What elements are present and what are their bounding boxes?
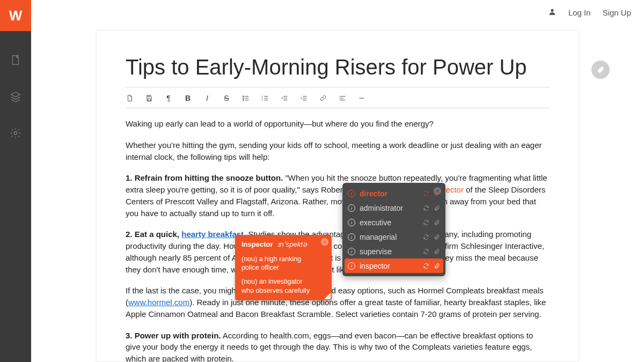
user-icon[interactable]: [548, 8, 557, 18]
para-tip-2[interactable]: 2. Eat a quick, hearty breakfast. Studie…: [126, 228, 550, 275]
synonym-row-director[interactable]: idirector: [342, 186, 445, 201]
main-area: Log In Sign Up Tips to Early-Morning Ris…: [31, 0, 644, 362]
tb-outdent-icon[interactable]: [280, 94, 289, 102]
definition-popup: ✕ inspectorɪnˈspektə (nou) a high rankin…: [235, 235, 332, 300]
svg-point-1: [243, 96, 244, 97]
paperclip-icon[interactable]: [434, 205, 440, 211]
editor-toolbar: ¶ B I S 123: [126, 91, 550, 106]
paperclip-icon[interactable]: [434, 234, 440, 240]
synonym-actions: [423, 205, 440, 211]
synonym-label: administrator: [360, 204, 403, 212]
synonym-actions: [423, 263, 440, 269]
synonym-actions: [423, 190, 440, 197]
definition-phonetic: ɪnˈspektə: [277, 240, 307, 248]
tb-bold-icon[interactable]: B: [184, 94, 192, 102]
synonym-row-inspector[interactable]: iinspector: [345, 258, 443, 273]
tb-save-icon[interactable]: [145, 94, 153, 102]
login-link[interactable]: Log In: [568, 8, 591, 17]
left-sidebar: W: [0, 0, 31, 362]
synonym-actions: [423, 248, 440, 255]
para-hormel[interactable]: If the last is the case, you might want …: [126, 285, 550, 320]
refresh-icon[interactable]: [423, 219, 429, 226]
document-title[interactable]: Tips to Early-Morning Risers for Power U…: [126, 55, 550, 79]
synonym-label: supervise: [360, 247, 392, 256]
tb-italic-icon[interactable]: I: [203, 94, 211, 102]
tip1-lead: 1. Refrain from hitting the snooze butto…: [126, 173, 283, 182]
tb-pilcrow-icon[interactable]: ¶: [164, 94, 173, 102]
tb-link-icon[interactable]: [319, 94, 327, 102]
definition-2: (nou) an investigator who observes caref…: [241, 277, 317, 295]
hearty-breakfast-link[interactable]: hearty breakfast: [181, 230, 244, 239]
paperclip-icon[interactable]: [434, 190, 440, 197]
hormel-link[interactable]: www.hormel.com: [128, 298, 189, 307]
synonym-label: inspector: [360, 262, 390, 270]
info-icon[interactable]: i: [348, 262, 355, 270]
tb-strike-icon[interactable]: S: [222, 94, 231, 102]
synonym-actions: [423, 219, 440, 226]
document-body[interactable]: Waking up early can lead to a world of o…: [126, 118, 550, 362]
synonym-popup: ✕ idirectoriadministratoriexecutiveimana…: [342, 183, 445, 276]
tb-align-icon[interactable]: [338, 94, 347, 102]
refresh-icon[interactable]: [423, 205, 429, 211]
refresh-icon[interactable]: [423, 234, 429, 240]
info-icon[interactable]: i: [348, 233, 355, 241]
tb-hr-icon[interactable]: [357, 94, 366, 102]
app-logo-letter: W: [9, 8, 23, 24]
tb-indent-icon[interactable]: [299, 94, 308, 102]
app-logo[interactable]: W: [0, 0, 31, 31]
para-intro-2[interactable]: Whether you're hitting the gym, sending …: [126, 139, 550, 163]
signup-link[interactable]: Sign Up: [603, 8, 631, 17]
paperclip-icon[interactable]: [434, 219, 440, 226]
document-paper: Tips to Early-Morning Risers for Power U…: [96, 30, 579, 362]
refresh-icon[interactable]: [423, 263, 429, 269]
layers-icon[interactable]: [8, 89, 23, 104]
settings-gear-icon[interactable]: [8, 125, 23, 141]
synonym-row-administrator[interactable]: iadministrator: [342, 201, 445, 215]
new-document-icon[interactable]: [8, 53, 23, 68]
tb-ol-icon[interactable]: 123: [261, 94, 269, 102]
info-icon[interactable]: i: [348, 248, 355, 255]
svg-point-0: [14, 131, 17, 135]
para-tip-3[interactable]: 3. Power up with protein. According to h…: [126, 330, 550, 363]
refresh-icon[interactable]: [423, 190, 429, 197]
para-tip-1[interactable]: 1. Refrain from hitting the snooze butto…: [126, 172, 550, 219]
synonym-label: executive: [360, 218, 391, 227]
synonym-actions: [423, 234, 440, 240]
definition-word: inspector: [241, 240, 273, 248]
info-icon[interactable]: i: [348, 190, 355, 197]
refresh-icon[interactable]: [423, 248, 429, 255]
svg-text:3: 3: [262, 99, 263, 101]
synonym-row-managerial[interactable]: imanagerial: [342, 230, 445, 244]
svg-point-2: [243, 98, 244, 99]
info-icon[interactable]: i: [348, 204, 355, 212]
definition-close-icon[interactable]: ✕: [321, 238, 328, 246]
info-icon[interactable]: i: [348, 219, 355, 226]
paperclip-icon[interactable]: [434, 263, 440, 269]
svg-point-3: [243, 100, 244, 101]
paperclip-icon[interactable]: [434, 248, 440, 255]
synonym-row-supervise[interactable]: isupervise: [342, 244, 445, 258]
synonym-label: managerial: [360, 233, 397, 241]
tip2-lead: 2. Eat a quick,: [126, 230, 181, 239]
synonym-label: director: [360, 189, 387, 198]
tip3-lead: 3. Power up with protein.: [126, 331, 221, 340]
tb-page-icon[interactable]: [126, 94, 134, 102]
synonym-row-executive[interactable]: iexecutive: [342, 215, 445, 230]
top-bar: Log In Sign Up: [31, 0, 644, 25]
attachment-button[interactable]: [591, 61, 610, 79]
definition-1: (nou) a high ranking police officer: [241, 255, 317, 272]
para-intro-1[interactable]: Waking up early can lead to a world of o…: [126, 118, 550, 130]
definition-resize-handle[interactable]: [324, 293, 331, 299]
tb-ul-icon[interactable]: [241, 94, 250, 102]
